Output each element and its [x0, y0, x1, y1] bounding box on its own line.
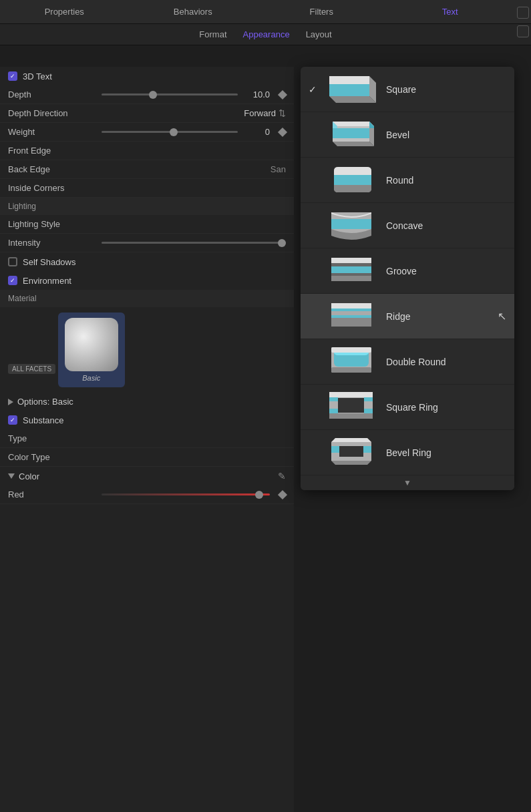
menu-item-square-ring[interactable]: Square Ring: [301, 385, 514, 430]
color-expand-icon[interactable]: [8, 473, 15, 479]
square-ring-shape-thumb: [326, 389, 379, 425]
svg-rect-24: [331, 315, 371, 318]
back-edge-value: San: [271, 164, 286, 174]
svg-rect-21: [331, 303, 371, 309]
scroll-down-indicator[interactable]: ▼: [301, 475, 514, 490]
tab-format[interactable]: Format: [199, 29, 226, 39]
scroll-down-arrow: ▼: [403, 478, 411, 487]
tab-appearance[interactable]: Appearance: [243, 29, 290, 39]
intensity-label: Intensity: [8, 238, 102, 248]
material-card[interactable]: Basic: [58, 313, 125, 387]
front-edge-row[interactable]: Front Edge: [0, 142, 294, 160]
material-header: Material: [0, 290, 294, 307]
tab-properties[interactable]: Properties: [0, 0, 129, 23]
ridge-label: Ridge: [386, 311, 411, 322]
tab-text[interactable]: Text: [386, 0, 515, 23]
substance-row[interactable]: Substance: [0, 411, 294, 429]
color-type-label: Color Type: [8, 452, 102, 462]
double-round-shape-thumb: [326, 343, 379, 380]
svg-rect-37: [329, 409, 338, 413]
environment-row[interactable]: Environment: [0, 271, 294, 290]
weight-slider-container: 0: [102, 127, 286, 137]
depth-keyframe[interactable]: [278, 89, 287, 99]
back-edge-row[interactable]: Back Edge San: [0, 160, 294, 179]
menu-item-ridge[interactable]: Ridge ↖: [301, 294, 514, 339]
lighting-header: Lighting: [0, 198, 294, 215]
back-edge-label: Back Edge: [8, 164, 102, 174]
red-keyframe[interactable]: [278, 489, 287, 499]
self-shadows-label: Self Shadows: [23, 257, 76, 267]
depth-slider[interactable]: [102, 93, 238, 95]
options-basic-row[interactable]: Options: Basic: [0, 393, 294, 411]
eyedropper-icon[interactable]: ✎: [278, 471, 286, 481]
depth-row: Depth 10.0: [0, 85, 294, 104]
intensity-row: Intensity: [0, 234, 294, 252]
edge-button-1[interactable]: [517, 7, 529, 19]
red-slider[interactable]: [102, 493, 270, 495]
bevel-ring-label: Bevel Ring: [386, 447, 431, 458]
edge-button-2[interactable]: [517, 25, 529, 37]
type-row[interactable]: Type: [0, 429, 294, 448]
self-shadows-row[interactable]: Self Shadows: [0, 252, 294, 271]
red-label: Red: [8, 489, 102, 499]
menu-item-groove[interactable]: Groove: [301, 248, 514, 294]
depth-label: Depth: [8, 89, 102, 99]
svg-rect-9: [333, 128, 369, 138]
svg-rect-35: [329, 397, 338, 401]
depth-direction-arrows[interactable]: ⇅: [279, 108, 286, 118]
weight-slider[interactable]: [102, 131, 238, 133]
depth-slider-container: 10.0: [102, 89, 286, 99]
color-row: Color ✎: [0, 467, 294, 485]
svg-marker-8: [333, 142, 374, 146]
svg-rect-15: [331, 258, 371, 263]
red-slider-container: [102, 491, 286, 498]
svg-rect-33: [329, 392, 373, 397]
depth-direction-value: Forward: [244, 108, 276, 118]
sub-tabs: Format Appearance Layout: [0, 24, 531, 45]
intensity-slider[interactable]: [102, 242, 286, 244]
svg-rect-32: [338, 398, 364, 413]
lighting-style-row[interactable]: Lighting Style: [0, 215, 294, 234]
menu-item-round[interactable]: Round: [301, 158, 514, 203]
options-triangle-icon: [8, 399, 13, 405]
tab-filters[interactable]: Filters: [257, 0, 386, 23]
menu-item-bevel[interactable]: Bevel: [301, 112, 514, 158]
environment-label: Environment: [23, 276, 71, 286]
self-shadows-checkbox[interactable]: [8, 257, 17, 266]
groove-shape-thumb: [326, 252, 379, 289]
menu-item-bevel-ring[interactable]: Bevel Ring: [301, 430, 514, 475]
environment-checkbox[interactable]: [8, 276, 17, 285]
3d-text-checkbox[interactable]: [8, 71, 17, 81]
inside-corners-label: Inside Corners: [8, 183, 102, 193]
bevel-ring-shape-thumb: [326, 434, 379, 471]
svg-rect-43: [363, 446, 371, 453]
depth-direction-row: Depth Direction Forward ⇅: [0, 104, 294, 123]
svg-marker-2: [329, 96, 376, 103]
concave-label: Concave: [386, 220, 423, 231]
tab-layout[interactable]: Layout: [306, 29, 332, 39]
tab-behaviors[interactable]: Behaviors: [129, 0, 258, 23]
3d-text-row[interactable]: 3D Text: [0, 67, 294, 85]
concave-shape-thumb: [326, 207, 379, 244]
color-type-row[interactable]: Color Type: [0, 448, 294, 467]
substance-checkbox[interactable]: [8, 415, 17, 425]
menu-item-concave[interactable]: Concave: [301, 203, 514, 248]
menu-item-double-round[interactable]: Double Round: [301, 339, 514, 385]
type-label: Type: [8, 433, 102, 443]
cursor-indicator: ↖: [498, 310, 506, 323]
svg-rect-38: [364, 409, 373, 413]
inside-corners-row[interactable]: Inside Corners: [0, 179, 294, 198]
weight-value: 0: [243, 127, 270, 137]
color-label: Color: [19, 471, 39, 481]
square-label: Square: [386, 84, 416, 95]
svg-rect-1: [329, 76, 369, 84]
svg-rect-18: [331, 273, 371, 276]
material-basic-label: Basic: [82, 374, 100, 382]
menu-item-square[interactable]: ✓ Square: [301, 67, 514, 112]
square-checkmark: ✓: [309, 84, 319, 95]
weight-keyframe[interactable]: [278, 127, 287, 136]
3d-text-label: 3D Text: [23, 71, 52, 81]
svg-marker-44: [331, 461, 371, 465]
right-edge: [514, 0, 531, 44]
round-label: Round: [386, 175, 413, 186]
